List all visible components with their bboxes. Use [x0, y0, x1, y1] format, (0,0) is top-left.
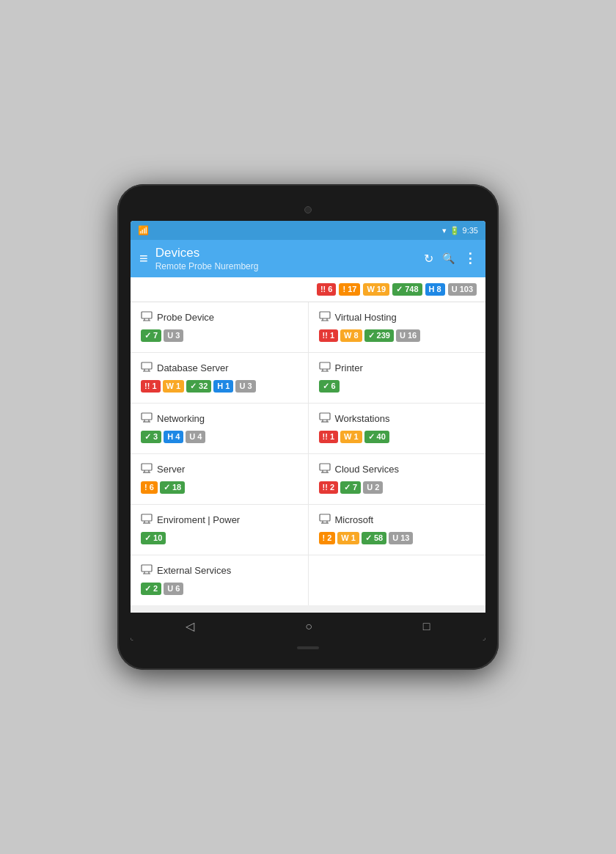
svg-rect-12	[320, 362, 330, 369]
device-card-header: Server	[141, 463, 298, 475]
device-card-header: Cloud Services	[319, 463, 476, 475]
device-card-header: External Services	[141, 564, 298, 577]
device-badge-row: ✓ 3H 4U 4	[141, 431, 298, 443]
svg-rect-8	[142, 362, 152, 369]
device-badge: ✓ 40	[364, 431, 389, 443]
status-bar-left: 📶	[138, 225, 149, 236]
device-card-header: Virtual Hosting	[319, 311, 476, 324]
app-bar: ≡ Devices Remote Probe Nuremberg ↻ 🔍 ⋮	[131, 240, 485, 277]
summary-row: !! 6! 17W 19✓ 748H 8U 103	[131, 277, 485, 302]
device-type-icon	[141, 463, 153, 475]
device-badge: ✓ 2	[141, 583, 161, 595]
summary-badge: ! 17	[339, 283, 360, 296]
summary-badge: !! 6	[317, 283, 337, 296]
device-badge: U 2	[363, 481, 383, 494]
battery-icon: 🔋	[450, 226, 460, 236]
summary-badge: H 8	[425, 283, 445, 296]
device-name-label: Networking	[157, 413, 205, 424]
device-name-label: Printer	[335, 362, 363, 373]
device-type-icon	[319, 412, 331, 425]
device-badge: ! 2	[319, 532, 336, 544]
device-card[interactable]: Networking✓ 3H 4U 4	[131, 404, 308, 453]
home-button[interactable]: ○	[290, 616, 327, 638]
device-card-header: Printer	[319, 362, 476, 374]
device-badge-row: !! 1W 1✓ 40	[319, 431, 476, 443]
device-card[interactable]: Database Server!! 1W 1✓ 32H 1U 3	[131, 353, 308, 403]
device-card[interactable]: Server! 6✓ 18	[131, 454, 308, 504]
device-card[interactable]: Workstations!! 1W 1✓ 40	[309, 404, 486, 453]
device-name-label: Virtual Hosting	[335, 312, 397, 323]
svg-rect-32	[142, 514, 152, 521]
device-card[interactable]: Virtual Hosting!! 1W 8✓ 239U 16	[309, 302, 486, 352]
device-badge: U 13	[389, 532, 413, 544]
svg-rect-24	[142, 464, 152, 470]
more-button[interactable]: ⋮	[463, 250, 477, 266]
device-badge: H 1	[213, 380, 233, 393]
device-badge: !! 1	[319, 329, 339, 342]
device-badge: ✓ 3	[141, 431, 161, 443]
device-badge-row: ! 2W 1✓ 58U 13	[319, 532, 476, 544]
time-display: 9:35	[463, 226, 478, 235]
device-type-icon	[319, 362, 331, 374]
recent-button[interactable]: □	[408, 616, 445, 638]
device-badge: ✓ 7	[141, 329, 161, 342]
device-badge: H 4	[164, 431, 183, 443]
back-button[interactable]: ◁	[171, 615, 209, 638]
svg-rect-20	[320, 413, 330, 420]
device-badge: W 1	[340, 431, 362, 443]
device-badge: ✓ 58	[362, 532, 386, 544]
device-card[interactable]: Cloud Services!! 2✓ 7U 2	[309, 454, 486, 504]
device-name-label: Database Server	[157, 362, 229, 373]
bottom-indicator	[297, 646, 319, 649]
wifi-icon: ▾	[442, 226, 447, 236]
device-badge: U 4	[186, 431, 205, 443]
device-card[interactable]: Enviroment | Power✓ 10	[131, 505, 308, 555]
menu-button[interactable]: ≡	[139, 250, 148, 267]
device-badge-row: ! 6✓ 18	[141, 481, 298, 494]
svg-rect-0	[142, 312, 152, 318]
bottom-nav: ◁ ○ □	[131, 613, 485, 640]
device-badge-row: !! 1W 8✓ 239U 16	[319, 329, 476, 342]
device-badge-row: ✓ 7U 3	[141, 329, 298, 342]
device-card[interactable]: Microsoft! 2W 1✓ 58U 13	[309, 505, 486, 555]
device-type-icon	[319, 311, 331, 324]
device-badge: !! 1	[319, 431, 339, 443]
device-grid: Probe Device✓ 7U 3Virtual Hosting!! 1W 8…	[131, 302, 485, 605]
device-type-icon	[319, 514, 331, 526]
device-card-header: Networking	[141, 412, 298, 425]
device-badge: W 1	[163, 380, 185, 393]
device-type-icon	[141, 362, 153, 374]
app-subtitle: Remote Probe Nuremberg	[155, 261, 417, 271]
svg-rect-28	[320, 464, 330, 470]
device-type-icon	[141, 311, 153, 324]
device-name-label: Probe Device	[157, 312, 214, 323]
device-card[interactable]: Printer✓ 6	[309, 353, 486, 403]
device-name-label: Cloud Services	[335, 464, 399, 475]
device-card	[309, 555, 486, 605]
device-badge: U 6	[164, 583, 183, 595]
search-button[interactable]: 🔍	[442, 252, 455, 264]
app-bar-title-block: Devices Remote Probe Nuremberg	[155, 246, 417, 271]
summary-badge: W 19	[363, 283, 389, 296]
device-card-header: Probe Device	[141, 311, 298, 324]
device-name-label: External Services	[157, 565, 231, 576]
device-badge: W 1	[337, 532, 359, 544]
tablet-device: 📶 ▾ 🔋 9:35 ≡ Devices Remote Probe Nuremb…	[117, 184, 499, 669]
device-type-icon	[141, 412, 153, 425]
device-type-icon	[319, 463, 331, 475]
device-card[interactable]: Probe Device✓ 7U 3	[131, 302, 308, 352]
device-card-header: Workstations	[319, 412, 476, 425]
device-name-label: Enviroment | Power	[157, 514, 240, 525]
camera	[304, 206, 312, 213]
device-badge: ✓ 7	[340, 481, 361, 494]
device-badge: ✓ 6	[319, 380, 340, 393]
device-name-label: Workstations	[335, 413, 390, 424]
svg-rect-16	[142, 413, 152, 420]
device-badge-row: ✓ 2U 6	[141, 583, 298, 595]
app-title: Devices	[155, 246, 417, 260]
device-card[interactable]: External Services✓ 2U 6	[131, 555, 308, 605]
refresh-button[interactable]: ↻	[424, 252, 433, 266]
device-badge: !! 1	[141, 380, 161, 393]
device-card-header: Database Server	[141, 362, 298, 374]
device-badge: ✓ 239	[364, 329, 394, 342]
